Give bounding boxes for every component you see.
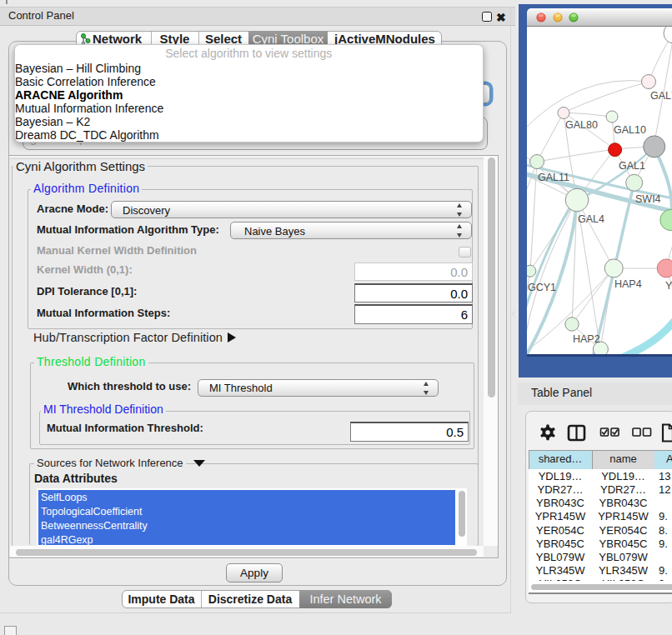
svg-text:GAL1: GAL1 [619,160,645,172]
svg-text:SWI4: SWI4 [635,193,661,205]
svg-text:YE: YE [665,280,672,292]
svg-text:HAP4: HAP4 [614,278,642,290]
svg-text:GAL7: GAL7 [650,90,672,102]
svg-text:GCY1: GCY1 [528,282,556,293]
svg-text:HAP2: HAP2 [573,333,600,345]
svg-text:GAL10: GAL10 [614,124,646,136]
svg-text:GAL11: GAL11 [538,172,569,183]
svg-text:GAL80: GAL80 [565,119,598,131]
svg-text:GAL4: GAL4 [578,213,604,225]
